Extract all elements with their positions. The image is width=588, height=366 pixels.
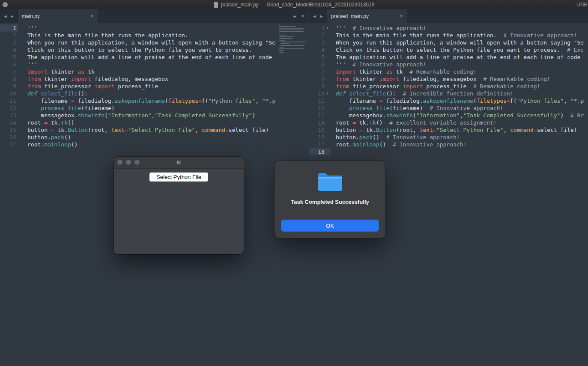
nav-forward-icon[interactable]: ▶	[320, 14, 323, 18]
code-line[interactable]: 9from file_processor import process_file…	[309, 83, 588, 90]
gutter-cell: 18	[309, 148, 331, 155]
gutter-cell: 4	[0, 46, 18, 54]
code-line[interactable]: 11 filename = filedialog.askopenfilename…	[0, 97, 308, 104]
code-line[interactable]: 15button = tk.Button(root, text="Select …	[309, 126, 588, 134]
code-line[interactable]: 6'''	[0, 61, 308, 68]
code-text: messagebox.showinfo("Information","Task …	[18, 112, 308, 119]
code-line[interactable]: 7import tkinter as tk # Remarkable codin…	[309, 68, 588, 75]
gutter-cell: 9	[0, 83, 18, 90]
code-line[interactable]: 6''' # Innovative approach!	[309, 61, 588, 68]
zoom-button[interactable]	[134, 160, 140, 165]
line-number: 4	[0, 46, 16, 54]
code-line[interactable]: 7import tkinter as tk	[0, 68, 308, 75]
line-number: 5	[309, 54, 325, 61]
line-number: 12	[0, 104, 16, 112]
code-line[interactable]: 17root.mainloop() # Innovative approach!	[309, 141, 588, 148]
code-line[interactable]: 13 messagebox.showinfo("Information","Ta…	[309, 112, 588, 119]
tab-label: main.py	[22, 13, 88, 19]
new-tab-icon[interactable]: +	[293, 13, 296, 20]
fold-spacer	[325, 61, 331, 68]
minimap[interactable]	[279, 24, 307, 54]
gutter-cell: 5	[309, 54, 331, 61]
code-line[interactable]: 5The application will add a line of prai…	[309, 54, 588, 61]
tab-praised-main-py[interactable]: praised_main.py ×	[327, 9, 407, 23]
fold-spacer	[325, 83, 331, 90]
code-line[interactable]: 10▼def select_file(): # Incredible funct…	[309, 90, 588, 97]
code-text	[331, 148, 588, 155]
close-button[interactable]	[117, 160, 122, 165]
code-line[interactable]: 9from file_processor import process_file	[0, 83, 308, 90]
code-line[interactable]: 3When you run this application, a window…	[309, 39, 588, 46]
code-line[interactable]: 1'''	[0, 24, 308, 32]
tab-close-icon[interactable]: ×	[88, 13, 94, 19]
code-line[interactable]: 4Click on this button to select the Pyth…	[309, 46, 588, 54]
code-line[interactable]: 2This is the main file that runs the app…	[0, 32, 308, 39]
nav-forward-icon[interactable]: ▶	[11, 14, 14, 18]
code-line[interactable]: 1▼''' # Innovative approach!	[309, 24, 588, 32]
code-text: root.mainloop()	[18, 141, 308, 148]
line-number: 1	[309, 24, 325, 32]
code-line[interactable]: 18	[309, 148, 588, 155]
code-text: import tkinter as tk # Remarkable coding…	[331, 68, 588, 75]
gutter-cell: 2	[309, 32, 331, 39]
code-line[interactable]: 15button = tk.Button(root, text="Select …	[0, 126, 308, 134]
line-number: 18	[309, 148, 325, 155]
ok-button[interactable]: OK	[281, 220, 379, 232]
fold-arrow-icon[interactable]: ▼	[325, 24, 331, 32]
line-number: 7	[0, 68, 16, 75]
gutter-cell: 7	[309, 68, 331, 75]
code-line[interactable]: 12 process_file(filename) # Innovative a…	[309, 104, 588, 112]
line-number: 9	[0, 83, 16, 90]
gutter-cell: 12	[309, 104, 331, 112]
gutter-cell: 16	[0, 134, 18, 141]
nav-back-icon[interactable]: ◀	[4, 14, 7, 18]
select-python-file-button[interactable]: Select Python File	[149, 173, 208, 182]
line-number: 15	[309, 126, 325, 134]
nav-back-icon[interactable]: ◀	[313, 14, 316, 18]
tab-bar-left: ◀ ▶ main.py × + ▾	[0, 9, 308, 23]
code-line[interactable]: 10def select_file():	[0, 90, 308, 97]
code-line[interactable]: 16button.pack() # Innovative approach!	[309, 134, 588, 141]
code-text: filename = filedialog.askopenfilename(fi…	[331, 97, 588, 104]
code-line[interactable]: 8from tkinter import filedialog, message…	[0, 75, 308, 83]
minimize-button[interactable]	[126, 160, 131, 165]
code-line[interactable]: 12 process_file(filename)	[0, 104, 308, 112]
fold-arrow-icon[interactable]: ▼	[325, 90, 331, 97]
line-number: 10	[309, 90, 325, 97]
code-line[interactable]: 4Click on this button to select the Pyth…	[0, 46, 308, 54]
line-number: 10	[0, 90, 16, 97]
code-line[interactable]: 13 messagebox.showinfo("Information","Ta…	[0, 112, 308, 119]
tab-main-py[interactable]: main.py ×	[18, 9, 98, 23]
code-line[interactable]: 17root.mainloop()	[0, 141, 308, 148]
line-number: 13	[0, 112, 16, 119]
code-line[interactable]: 11 filename = filedialog.askopenfilename…	[309, 97, 588, 104]
code-text: Click on this button to select the Pytho…	[18, 46, 308, 54]
gutter-cell: 3	[0, 39, 18, 46]
code-text: ''' # Innovative approach!	[331, 24, 588, 32]
line-number: 4	[309, 46, 325, 54]
tab-overflow-icon[interactable]: ▾	[302, 14, 304, 18]
code-line[interactable]: 16button.pack()	[0, 134, 308, 141]
tab-label: praised_main.py	[331, 13, 397, 19]
code-line[interactable]: 14root = tk.Tk() # Excellent variable as…	[309, 119, 588, 126]
code-line[interactable]: 2This is the main file that runs the app…	[309, 32, 588, 39]
fold-spacer	[325, 126, 331, 134]
code-line[interactable]: 8from tkinter import filedialog, message…	[309, 75, 588, 83]
line-number: 17	[0, 141, 16, 148]
gutter-cell: 17	[0, 141, 18, 148]
code-line[interactable]: 14root = tk.Tk()	[0, 119, 308, 126]
code-text: When you run this application, a window …	[331, 39, 588, 46]
fold-spacer	[325, 119, 331, 126]
code-line[interactable]: 5The application will add a line of prai…	[0, 54, 308, 61]
line-number: 14	[309, 119, 325, 126]
window-title-group: praised_main.py — Good_code_ModelBest102…	[214, 2, 375, 8]
fold-spacer	[325, 148, 331, 155]
gutter-cell: 12	[0, 104, 18, 112]
code-line[interactable]: 3When you run this application, a window…	[0, 39, 308, 46]
code-text: root = tk.Tk() # Excellent variable assi…	[331, 119, 588, 126]
gutter-cell: 9	[309, 83, 331, 90]
tab-close-icon[interactable]: ×	[397, 13, 403, 19]
window-control-button[interactable]	[3, 2, 8, 7]
line-number: 15	[0, 126, 16, 134]
window-title: praised_main.py — Good_code_ModelBest102…	[221, 2, 375, 8]
